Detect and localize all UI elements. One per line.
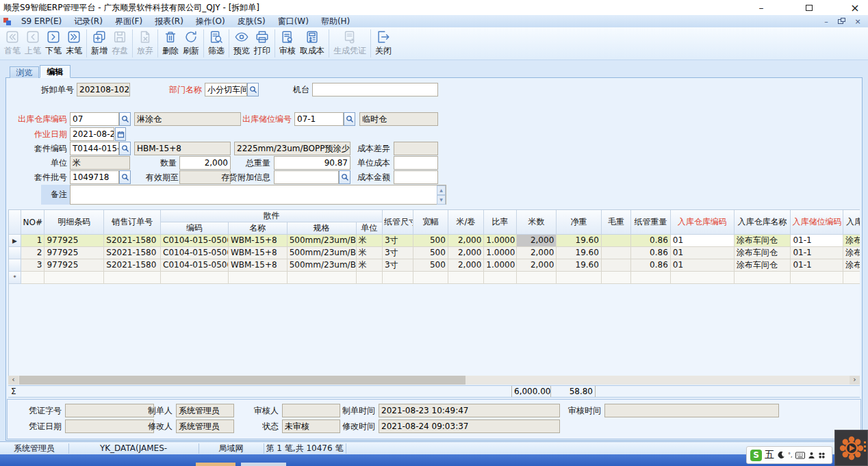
restore-button[interactable] [797, 0, 821, 15]
grid-cell[interactable] [104, 272, 161, 284]
grid-cell[interactable]: 3寸 [383, 247, 413, 259]
grid-cell[interactable] [357, 272, 383, 284]
grid-cell[interactable] [735, 272, 791, 284]
grid-cell[interactable] [448, 272, 484, 284]
dept-field[interactable]: 小分切车间 [205, 83, 247, 96]
mdi-minimize-button[interactable]: – [820, 16, 832, 26]
grid-cell[interactable] [517, 272, 557, 284]
grid-cell[interactable] [602, 247, 631, 259]
grid-cell[interactable]: 0.86 [631, 247, 671, 259]
grid-cell[interactable]: 涂布车间仓 [735, 247, 791, 259]
grid-cell[interactable] [631, 272, 671, 284]
grid-cell[interactable]: 涂布车间仓 [735, 259, 791, 272]
grid-cell[interactable]: 500 [413, 247, 448, 259]
menu-skin[interactable]: 皮肤(S) [231, 15, 272, 27]
mdi-restore-button[interactable] [835, 16, 847, 26]
grid-cell[interactable]: 米 [357, 247, 383, 259]
print-button[interactable]: 打印 [252, 29, 272, 57]
scroll-left-button[interactable]: ‹ [8, 376, 18, 385]
row-indicator[interactable]: ▶ [9, 235, 21, 247]
grid-cell[interactable]: 01 [671, 235, 735, 247]
ime-mode-label[interactable]: 五 [765, 449, 774, 461]
grid-cell[interactable] [383, 272, 413, 284]
out-warehouse-lookup-button[interactable] [119, 112, 131, 126]
column-header-so[interactable]: 销售订单号 [104, 210, 161, 235]
grid-cell[interactable]: C0104-015-0500-... [161, 247, 229, 259]
punctuation-icon[interactable]: °, [788, 452, 793, 458]
grid-cell[interactable]: 1.0000 [484, 247, 516, 259]
column-header-name[interactable]: 名称 [229, 222, 288, 235]
grid-cell[interactable]: 19.60 [557, 247, 602, 259]
grid-cell[interactable]: 3寸 [383, 235, 413, 247]
grid-cell[interactable]: 500mm/23um/BOPP... [288, 235, 357, 247]
menu-window[interactable]: 窗口(W) [272, 15, 315, 27]
grid-cell[interactable]: WBM-15+8 [229, 247, 288, 259]
column-header-in_loc_name[interactable]: 入库储位名称 [843, 210, 860, 235]
last-record-button[interactable]: 末笔 [64, 29, 84, 57]
scrollbar-thumb[interactable] [19, 376, 465, 385]
column-header-in_loc_code[interactable]: 入库储位编码 [791, 210, 843, 235]
grid-cell[interactable] [413, 272, 448, 284]
toolbox-grid-icon[interactable] [818, 452, 826, 459]
grid-cell[interactable]: 2,000 [517, 235, 557, 247]
grid-cell[interactable]: 01-1 [791, 235, 843, 247]
dept-lookup-button[interactable] [247, 83, 259, 96]
grid-cell[interactable]: 500 [413, 235, 448, 247]
column-header-ratio[interactable]: 比率 [484, 210, 516, 235]
grid-cell[interactable] [843, 272, 860, 284]
grid-cell[interactable]: 1.0000 [484, 259, 516, 272]
taskbar-item[interactable] [196, 463, 235, 466]
table-row[interactable]: ▶1977925S2021-1580C0104-015-0500-...WBM-… [9, 235, 860, 247]
kit-batch-field[interactable]: 1049718 [70, 170, 119, 184]
column-header-unit[interactable]: 单位 [357, 222, 383, 235]
grid-cell[interactable]: 01 [671, 259, 735, 272]
menu-s9erp[interactable]: S9 ERP(E) [15, 15, 68, 27]
grid-cell[interactable] [484, 272, 516, 284]
grid-cell[interactable] [602, 272, 631, 284]
grid-cell[interactable]: S2021-1580 [104, 235, 161, 247]
grid-cell[interactable]: 01 [671, 247, 735, 259]
grid-cell[interactable]: C0104-015-0500-... [161, 259, 229, 272]
grid-cell[interactable]: 涂布车间仓 [735, 235, 791, 247]
taskbar-item[interactable] [241, 463, 286, 466]
out-location-field[interactable]: 07-1 [294, 112, 344, 126]
grid-cell[interactable] [21, 272, 44, 284]
grid-cell[interactable]: 涂布车间仓 [843, 235, 860, 247]
grid-cell[interactable]: 500mm/23um/BOPP... [288, 247, 357, 259]
out-warehouse-field[interactable]: 07 [70, 112, 119, 126]
column-header-spec[interactable]: 规格 [288, 222, 357, 235]
grid-cell[interactable]: 01-1 [791, 247, 843, 259]
add-button[interactable]: 新增 [89, 29, 110, 57]
grid-cell[interactable]: 2 [21, 247, 44, 259]
out-location-lookup-button[interactable] [344, 112, 355, 126]
grid-cell[interactable]: 977925 [44, 247, 104, 259]
column-header-gross[interactable]: 毛重 [602, 210, 631, 235]
inv-extra-field[interactable] [274, 170, 339, 184]
grid-cell[interactable] [602, 235, 631, 247]
column-header-tube_weight[interactable]: 纸管重量 [631, 210, 671, 235]
menu-record[interactable]: 记录(R) [68, 15, 109, 27]
grid-cell[interactable]: 米 [357, 259, 383, 272]
menu-help[interactable]: 帮助(H) [315, 15, 356, 27]
column-header-in_wh_name[interactable]: 入库仓库名称 [735, 210, 791, 235]
grid-cell[interactable]: 1.0000 [484, 235, 516, 247]
date-picker-button[interactable] [115, 127, 126, 141]
tab-browse[interactable]: 浏览 [10, 66, 39, 78]
close-button[interactable]: × [843, 0, 867, 15]
grid-cell[interactable]: 2,000 [448, 259, 484, 272]
remark-scroll-up-button[interactable]: ▲ [437, 185, 446, 195]
preview-button[interactable]: 预览 [231, 29, 252, 57]
grid-cell[interactable] [161, 272, 229, 284]
work-date-field[interactable]: 2021-08-23 [70, 127, 114, 141]
grid-cell[interactable]: 2,000 [448, 235, 484, 247]
grid-cell[interactable]: 米 [357, 235, 383, 247]
column-header-meters[interactable]: 米数 [517, 210, 557, 235]
machine-field[interactable] [312, 83, 438, 96]
grid-cell[interactable] [44, 272, 104, 284]
row-indicator[interactable] [9, 259, 21, 272]
close-form-button[interactable]: 关闭 [373, 29, 394, 57]
delete-button[interactable]: 删除 [160, 29, 181, 57]
column-header-in_wh_code[interactable]: 入库仓库编码 [671, 210, 735, 235]
row-indicator[interactable] [9, 247, 21, 259]
grid-cell[interactable]: 涂布车间仓 [843, 259, 860, 272]
